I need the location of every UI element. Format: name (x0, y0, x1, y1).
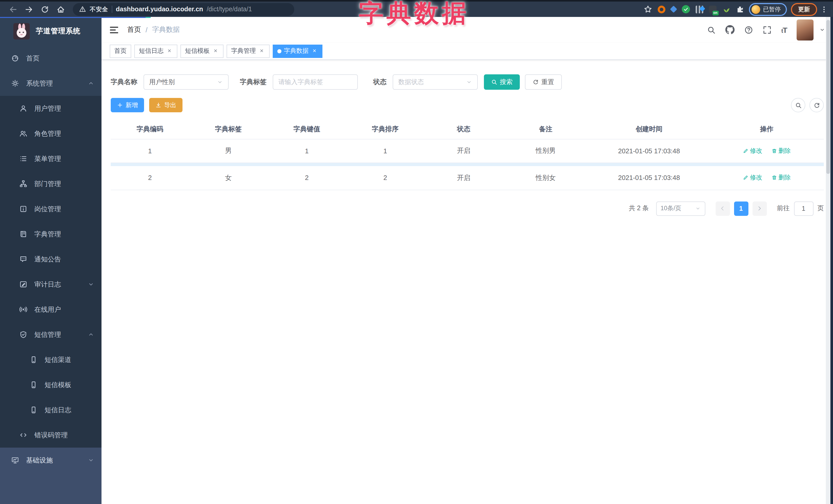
status-label: 状态 (373, 77, 386, 87)
dict-tag-input[interactable] (278, 78, 352, 86)
tab-sms-template[interactable]: 短信模板 × (181, 44, 223, 58)
search-icon[interactable] (707, 25, 716, 34)
window-edge (830, 17, 833, 504)
delete-button[interactable]: 删除 (771, 173, 791, 182)
table-row: 2 女 2 2 开启 性别女 2021-01-05 17:03:48 修改 (111, 166, 824, 190)
on-extension-icon[interactable]: on (709, 5, 716, 13)
scrollbar-track[interactable] (826, 17, 830, 504)
col-operation: 操作 (710, 119, 824, 139)
help-icon[interactable] (744, 25, 753, 34)
sidebar-item-menu-management[interactable]: 菜单管理 (0, 146, 101, 171)
bookmark-star-icon[interactable] (644, 5, 652, 13)
sprout-extension-icon[interactable] (722, 5, 730, 13)
screenshot-root: 不安全 dashboard.yudao.iocoder.cn/dict/type… (0, 0, 833, 504)
add-button[interactable]: 新增 (111, 98, 144, 112)
sidebar-item-sms-management[interactable]: 短信管理 (0, 322, 101, 347)
app-window: 芋道管理系统 首页 系统管理 用户管理 角色管理 (0, 17, 833, 504)
sidebar-item-online-users[interactable]: 在线用户 (0, 297, 101, 322)
edit-button[interactable]: 修改 (743, 146, 762, 155)
home-icon[interactable] (56, 5, 65, 14)
top-navbar: 首页 / 字典数据 tT (101, 17, 833, 43)
user-icon (20, 104, 27, 112)
progress-bar (0, 17, 146, 18)
tab-sms-log[interactable]: 短信日志 × (134, 44, 177, 58)
status-select[interactable]: 数据状态 (392, 74, 478, 90)
search-button[interactable]: 搜索 (484, 74, 520, 90)
export-button[interactable]: 导出 (149, 98, 183, 112)
sidebar-item-dict-management[interactable]: 字典管理 (0, 221, 101, 247)
chevron-down-icon (88, 457, 94, 463)
app-title: 芋道管理系统 (36, 27, 80, 36)
caret-down-icon[interactable] (819, 27, 825, 33)
dict-name-label: 字典名称 (111, 77, 137, 87)
close-icon[interactable]: × (258, 48, 265, 54)
puzzle-extensions-icon[interactable] (736, 5, 743, 13)
sidebar-item-dept-management[interactable]: 部门管理 (0, 171, 101, 196)
sidebar-item-user-management[interactable]: 用户管理 (0, 96, 101, 121)
code-icon (20, 431, 27, 439)
orange-ring-extension-icon[interactable] (658, 5, 665, 13)
update-button[interactable]: 更新 (791, 3, 817, 16)
close-icon[interactable]: × (311, 48, 318, 54)
forward-icon[interactable] (25, 5, 33, 14)
message-icon (20, 255, 27, 263)
current-page-button[interactable]: 1 (734, 201, 748, 216)
right-toolbar (791, 98, 824, 112)
tab-dict-management[interactable]: 字典管理 × (227, 44, 270, 58)
tab-home[interactable]: 首页 (110, 44, 131, 58)
col-created: 创建时间 (589, 119, 710, 139)
kebab-menu-icon[interactable] (820, 5, 828, 13)
gear-icon (11, 79, 19, 87)
edit-button[interactable]: 修改 (743, 173, 762, 182)
back-icon[interactable] (9, 5, 18, 14)
next-page-button[interactable] (752, 201, 767, 216)
not-secure-warning-icon (79, 6, 86, 13)
trash-icon (771, 148, 777, 153)
sidebar-item-system-management[interactable]: 系统管理 (0, 71, 101, 96)
sidebar-item-home[interactable]: 首页 (0, 46, 101, 71)
bars-extension-icon[interactable] (695, 5, 703, 13)
fullscreen-icon[interactable] (763, 25, 771, 34)
dict-name-select[interactable]: 用户性别 (144, 74, 229, 90)
logo-image (13, 23, 30, 40)
prev-page-button[interactable] (715, 201, 730, 216)
tab-dict-data[interactable]: 字典数据 × (273, 44, 323, 58)
sidebar-item-sms-template[interactable]: 短信模板 (0, 372, 101, 398)
github-icon[interactable] (725, 25, 735, 34)
sidebar-item-sms-channel[interactable]: 短信渠道 (0, 347, 101, 372)
monitor-icon (11, 456, 19, 464)
sidebar-item-sms-log[interactable]: 短信日志 (0, 398, 101, 423)
address-bar[interactable]: 不安全 dashboard.yudao.iocoder.cn/dict/type… (73, 3, 294, 16)
green-check-extension-icon[interactable] (682, 5, 690, 13)
sidebar-item-post-management[interactable]: 岗位管理 (0, 196, 101, 221)
delete-button[interactable]: 删除 (771, 146, 791, 155)
dict-data-table: 字典编码 字典标签 字典键值 字典排序 状态 备注 创建时间 操作 1 (111, 119, 824, 190)
reset-button[interactable]: 重置 (525, 74, 562, 90)
edit-log-icon (20, 281, 27, 288)
dict-tag-input-wrap (273, 74, 358, 90)
sidebar-item-role-management[interactable]: 角色管理 (0, 121, 101, 146)
profile-paused-badge[interactable]: 已暂停 (749, 3, 787, 16)
scrollbar-thumb[interactable] (826, 20, 830, 174)
user-avatar[interactable] (796, 19, 813, 40)
sidebar-item-audit-log[interactable]: 审计日志 (0, 272, 101, 297)
close-icon[interactable]: × (166, 48, 173, 54)
close-icon[interactable]: × (212, 48, 219, 54)
sidebar-item-infrastructure[interactable]: 基础设施 (0, 448, 101, 473)
sidebar-logo[interactable]: 芋道管理系统 (0, 17, 101, 46)
active-dot-icon (277, 49, 281, 53)
search-toggle-button[interactable] (791, 98, 805, 112)
blue-drop-extension-icon[interactable] (670, 6, 677, 13)
phone-icon (30, 356, 38, 363)
hamburger-icon[interactable] (109, 25, 119, 34)
page-size-select[interactable]: 10条/页 (656, 201, 705, 216)
sidebar-item-notice[interactable]: 通知公告 (0, 247, 101, 272)
reload-icon[interactable] (41, 5, 49, 14)
sidebar-item-error-code[interactable]: 错误码管理 (0, 423, 101, 448)
breadcrumb-home[interactable]: 首页 (127, 25, 141, 34)
col-dict-sort: 字典排序 (346, 119, 425, 139)
font-size-icon[interactable]: tT (781, 25, 787, 34)
goto-page-input[interactable] (794, 201, 813, 216)
pagination: 共 2 条 10条/页 1 前往 页 (111, 201, 824, 216)
refresh-button[interactable] (809, 98, 824, 112)
